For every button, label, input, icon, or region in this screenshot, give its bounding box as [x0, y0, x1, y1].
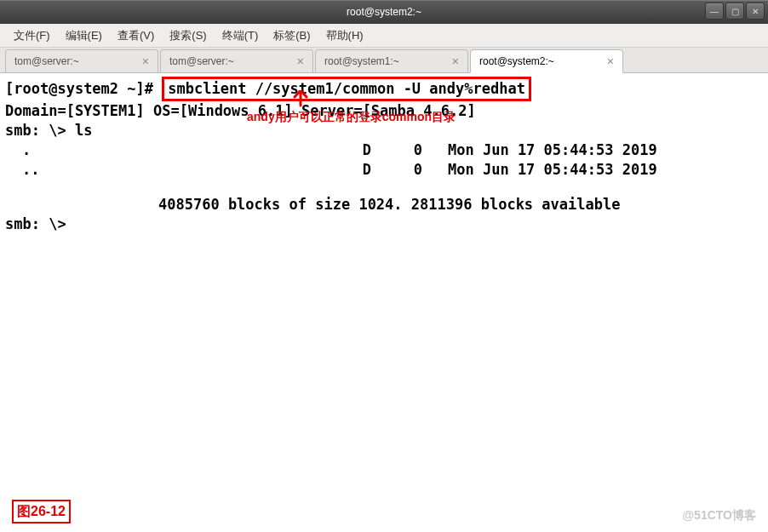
- close-icon[interactable]: ×: [607, 54, 614, 68]
- terminal-tab[interactable]: root@system1:~ ×: [315, 49, 468, 72]
- window-title: root@system2:~: [347, 6, 421, 18]
- close-button[interactable]: ✕: [746, 3, 765, 20]
- smb-prompt-line: smb: \>: [5, 215, 763, 234]
- menu-help[interactable]: 帮助(H): [319, 25, 370, 47]
- terminal-tab[interactable]: tom@server:~ ×: [5, 49, 158, 72]
- menu-search[interactable]: 搜索(S): [163, 25, 213, 47]
- tab-label: tom@server:~: [14, 55, 79, 67]
- blocks-summary: 4085760 blocks of size 1024. 2811396 blo…: [5, 195, 763, 215]
- listing-row: . D 0 Mon Jun 17 05:44:53 2019: [5, 140, 763, 160]
- terminal-tab-active[interactable]: root@system2:~ ×: [470, 49, 623, 73]
- prompt-line: [root@system2 ~]# smbclient //system1/co…: [5, 77, 763, 101]
- terminal-viewport[interactable]: [root@system2 ~]# smbclient //system1/co…: [0, 73, 768, 532]
- window-controls: — ▢ ✕: [705, 3, 765, 20]
- annotation-text: andy用户可以正常的登录common目录: [247, 109, 456, 125]
- menu-view[interactable]: 查看(V): [111, 25, 161, 47]
- highlighted-command: smbclient //system1/common -U andy%redha…: [162, 77, 531, 101]
- menu-terminal[interactable]: 终端(T): [215, 25, 266, 47]
- prompt-prefix: [root@system2 ~]#: [5, 79, 162, 99]
- menu-file[interactable]: 文件(F): [7, 25, 57, 47]
- window-title-bar: root@system2:~ — ▢ ✕: [0, 0, 768, 24]
- menu-edit[interactable]: 编辑(E): [59, 25, 109, 47]
- tab-label: root@system1:~: [324, 55, 399, 67]
- tab-bar: tom@server:~ × tom@server:~ × root@syste…: [0, 48, 768, 73]
- tab-label: root@system2:~: [479, 55, 554, 67]
- listing-row: .. D 0 Mon Jun 17 05:44:53 2019: [5, 160, 763, 180]
- minimize-button[interactable]: —: [705, 3, 724, 20]
- tab-label: tom@server:~: [169, 55, 234, 67]
- watermark: @51CTO博客: [682, 507, 756, 523]
- close-icon[interactable]: ×: [297, 54, 304, 68]
- close-icon[interactable]: ×: [142, 54, 149, 68]
- close-icon[interactable]: ×: [452, 54, 459, 68]
- menu-bar: 文件(F) 编辑(E) 查看(V) 搜索(S) 终端(T) 标签(B) 帮助(H…: [0, 24, 768, 48]
- terminal-tab[interactable]: tom@server:~ ×: [160, 49, 313, 72]
- maximize-button[interactable]: ▢: [725, 3, 744, 20]
- menu-tabs[interactable]: 标签(B): [267, 25, 317, 47]
- figure-label: 图26-12: [12, 500, 71, 523]
